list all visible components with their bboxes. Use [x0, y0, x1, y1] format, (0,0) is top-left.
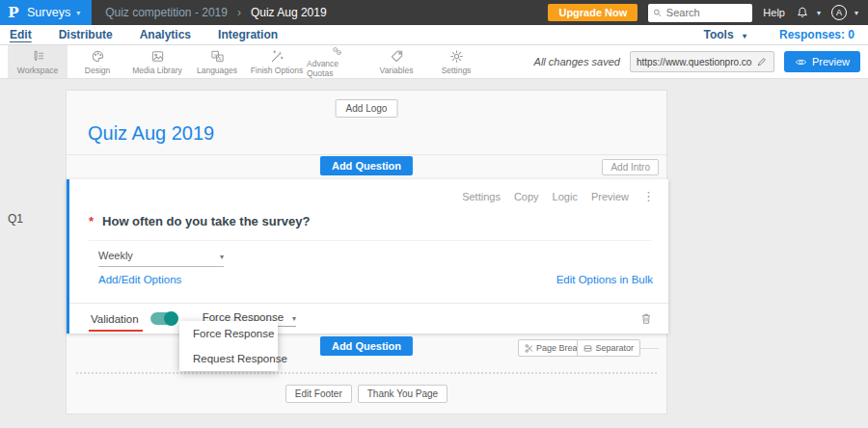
surveys-menu-label: Surveys: [27, 6, 70, 19]
survey-url-input[interactable]: [637, 57, 752, 67]
add-intro-button[interactable]: Add Intro: [602, 159, 659, 175]
separator-icon: [583, 344, 592, 353]
eye-icon: [795, 56, 807, 68]
search-box[interactable]: [648, 4, 752, 22]
chevron-down-icon: ▾: [76, 9, 80, 17]
menu-item-request-response[interactable]: Request Response: [179, 346, 278, 371]
main-nav: Edit Distribute Analytics Integration To…: [0, 25, 868, 45]
tab-edit[interactable]: Edit: [10, 28, 32, 41]
question-block: Settings Copy Logic Preview ⋮ *How often…: [67, 179, 668, 334]
toolbar-item-variables[interactable]: Variables: [366, 45, 426, 78]
delete-question-button[interactable]: [639, 311, 653, 326]
question-number: Q1: [8, 212, 23, 226]
required-asterisk: *: [89, 214, 94, 228]
save-status: All changes saved: [534, 56, 620, 67]
question-text-row[interactable]: *How often do you take the survey?: [89, 214, 651, 241]
scissors-icon: [525, 344, 533, 353]
toolbar-item-label: Workspace: [17, 66, 58, 75]
toolbar-item-advance-quotas[interactable]: Advance Quotas: [307, 45, 366, 78]
question-preview-link[interactable]: Preview: [591, 191, 629, 202]
questionpro-logo-icon[interactable]: P: [0, 0, 27, 25]
tab-analytics[interactable]: Analytics: [140, 28, 191, 41]
tag-icon: [390, 49, 404, 64]
search-icon: [653, 8, 662, 18]
pencil-icon[interactable]: [756, 56, 768, 67]
tools-menu-label: Tools: [704, 28, 734, 41]
surveys-menu[interactable]: P Surveys ▾: [0, 0, 92, 25]
add-question-button-2[interactable]: Add Question: [320, 336, 413, 356]
breadcrumb-separator-icon: ›: [237, 6, 241, 19]
add-logo-button[interactable]: Add Logo: [336, 99, 398, 118]
gear-icon: [449, 49, 464, 64]
preview-button[interactable]: Preview: [784, 51, 860, 72]
chevron-down-icon: ▾: [743, 32, 746, 40]
toolbar-item-label: Settings: [442, 66, 472, 75]
toolbar-item-settings[interactable]: Settings: [426, 45, 486, 78]
edit-footer-button[interactable]: Edit Footer: [285, 385, 352, 403]
thank-you-page-button[interactable]: Thank You Page: [358, 385, 448, 403]
toolbar-item-design[interactable]: Design: [68, 45, 127, 78]
toolbar-item-label: Design: [85, 66, 110, 75]
chevron-down-icon: ▾: [220, 253, 224, 261]
question-logic-link[interactable]: Logic: [553, 191, 578, 202]
add-edit-options-link[interactable]: Add/Edit Options: [98, 274, 181, 285]
tools-menu[interactable]: Tools ▾: [704, 28, 746, 41]
survey-url-box[interactable]: [630, 51, 774, 72]
search-input[interactable]: [666, 7, 748, 18]
toolbar-item-label: Finish Options: [251, 66, 303, 75]
quotas-icon: [330, 45, 344, 57]
add-question-button[interactable]: Add Question: [320, 156, 413, 175]
workspace-canvas: Q1 Add Logo Quiz Aug 2019 Add Question A…: [0, 79, 868, 428]
toolbar-item-label: Languages: [197, 66, 237, 75]
tab-distribute[interactable]: Distribute: [59, 28, 113, 41]
separator-button[interactable]: Separator: [577, 339, 640, 357]
toolbar-item-workspace[interactable]: Workspace: [8, 45, 68, 78]
validation-toggle[interactable]: [150, 312, 177, 325]
wand-icon: [270, 49, 285, 64]
notifications-menu[interactable]: ▾: [796, 6, 821, 19]
help-link[interactable]: Help: [763, 7, 785, 18]
breadcrumb-current: Quiz Aug 2019: [251, 6, 327, 19]
separator-label: Separator: [595, 343, 634, 353]
chevron-down-icon: ▾: [292, 314, 296, 323]
survey-title[interactable]: Quiz Aug 2019: [88, 122, 214, 145]
toolbar-item-label: Advance Quotas: [307, 59, 366, 78]
question-settings-link[interactable]: Settings: [462, 191, 501, 202]
question-actions: Settings Copy Logic Preview ⋮: [462, 191, 655, 202]
footer-actions: Edit Footer Thank You Page: [67, 385, 666, 403]
toolbar-item-media-library[interactable]: Media Library: [127, 45, 187, 78]
page-break-divider: [76, 372, 657, 374]
account-menu[interactable]: A ▾: [831, 5, 858, 20]
chevron-down-icon: ▾: [817, 9, 821, 17]
kebab-menu-icon[interactable]: ⋮: [642, 192, 655, 201]
question-copy-link[interactable]: Copy: [514, 191, 539, 202]
answer-dropdown[interactable]: Weekly ▾: [98, 250, 224, 267]
question-text[interactable]: How often do you take the survey?: [102, 214, 310, 228]
tab-integration[interactable]: Integration: [218, 28, 278, 41]
edit-toolbar: Workspace Design Media Library xA Langua…: [0, 45, 868, 79]
toolbar-item-finish-options[interactable]: Finish Options: [247, 45, 307, 78]
add-question-row: Add Question Add Intro: [67, 155, 666, 179]
avatar: A: [831, 5, 847, 20]
page-break-label: Page Break: [536, 343, 582, 353]
bell-icon: [796, 6, 809, 19]
validation-label: Validation: [91, 313, 139, 325]
image-icon: [150, 49, 165, 64]
svg-text:A: A: [218, 56, 222, 61]
toolbar-item-languages[interactable]: xA Languages: [187, 45, 247, 78]
add-question-row-2: Add Question Page Break Separator: [67, 336, 666, 361]
edit-options-in-bulk-link[interactable]: Edit Options in Bulk: [556, 274, 653, 285]
workspace-icon: [31, 49, 45, 64]
chevron-down-icon: ▾: [854, 9, 858, 17]
top-header: P Surveys ▾ Quiz competition - 2019 › Qu…: [0, 0, 868, 25]
trash-icon: [639, 311, 653, 326]
toggle-knob: [164, 311, 178, 326]
translate-icon: xA: [210, 49, 225, 64]
survey-header-section: Add Logo Quiz Aug 2019: [67, 91, 666, 155]
palette-icon: [91, 49, 105, 64]
responses-count[interactable]: Responses: 0: [779, 28, 854, 41]
breadcrumb-parent[interactable]: Quiz competition - 2019: [105, 6, 228, 19]
menu-item-force-response[interactable]: Force Response: [179, 321, 278, 346]
validation-dropdown-menu: Force Response Request Response: [179, 321, 278, 371]
upgrade-now-button[interactable]: Upgrade Now: [548, 4, 637, 21]
